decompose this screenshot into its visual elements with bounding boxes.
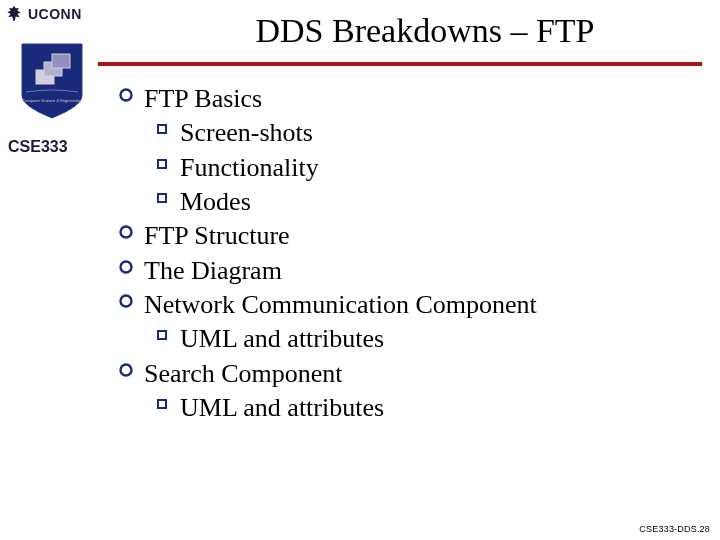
circle-bullet-icon [108, 254, 144, 274]
svg-rect-11 [158, 331, 166, 339]
list-item: FTP Structure [108, 219, 690, 253]
list-item: Search Component [108, 357, 690, 391]
svg-rect-6 [158, 160, 166, 168]
sub-list-item: Functionality [144, 151, 690, 185]
list-item-label: The Diagram [144, 254, 282, 288]
sub-list-item: UML and attributes [144, 322, 690, 356]
list-item: The Diagram [108, 254, 690, 288]
header-logo: UCONN [4, 4, 82, 24]
circle-bullet-icon [108, 357, 144, 377]
list-item-label: Network Communication Component [144, 288, 537, 322]
slide-title: DDS Breakdowns – FTP [150, 12, 700, 50]
list-item-label: FTP Structure [144, 219, 290, 253]
list-item-label: FTP Basics [144, 82, 262, 116]
sub-list-item-label: Functionality [180, 151, 319, 185]
svg-point-9 [121, 261, 132, 272]
svg-text:Computer Science & Engineering: Computer Science & Engineering [22, 98, 81, 103]
list-item-label: Search Component [144, 357, 343, 391]
square-bullet-icon [144, 391, 180, 409]
sub-list-item-label: Modes [180, 185, 251, 219]
dept-seal-icon: Computer Science & Engineering [18, 40, 86, 120]
university-name: UCONN [28, 6, 82, 22]
course-tag: CSE333 [8, 138, 68, 156]
sub-list-item: Modes [144, 185, 690, 219]
title-rule [98, 62, 702, 66]
circle-bullet-icon [108, 288, 144, 308]
svg-point-12 [121, 364, 132, 375]
sub-list-item-label: UML and attributes [180, 322, 384, 356]
sub-list-item-label: Screen-shots [180, 116, 313, 150]
square-bullet-icon [144, 185, 180, 203]
square-bullet-icon [144, 116, 180, 134]
oakleaf-icon [4, 4, 24, 24]
svg-rect-5 [158, 125, 166, 133]
slide-footer: CSE333-DDS.28 [639, 524, 710, 534]
square-bullet-icon [144, 151, 180, 169]
sub-list-item: Screen-shots [144, 116, 690, 150]
slide: UCONN DDS Breakdowns – FTP Computer Scie… [0, 0, 720, 540]
svg-rect-7 [158, 194, 166, 202]
sub-list-item-label: UML and attributes [180, 391, 384, 425]
circle-bullet-icon [108, 219, 144, 239]
svg-point-8 [121, 227, 132, 238]
sub-list-item: UML and attributes [144, 391, 690, 425]
svg-point-10 [121, 295, 132, 306]
circle-bullet-icon [108, 82, 144, 102]
outline: FTP Basics Screen-shots Functionality Mo… [108, 82, 690, 425]
svg-point-4 [121, 90, 132, 101]
list-item: FTP Basics [108, 82, 690, 116]
list-item: Network Communication Component [108, 288, 690, 322]
svg-rect-2 [52, 54, 70, 68]
square-bullet-icon [144, 322, 180, 340]
svg-rect-13 [158, 400, 166, 408]
